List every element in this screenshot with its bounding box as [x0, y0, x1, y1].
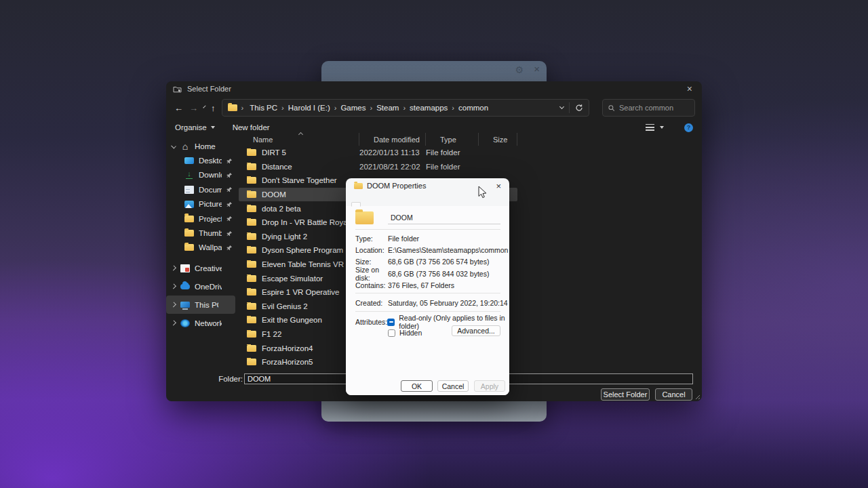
view-mode-icon[interactable] [646, 124, 654, 131]
column-headers: Name Date modified Type Size [239, 133, 702, 146]
titlebar: Select Folder × [166, 81, 702, 96]
breadcrumb-item[interactable]: Harold I (E:) [286, 104, 339, 112]
organise-button[interactable]: Organise [175, 123, 215, 131]
table-row[interactable]: DIRT 5 2022/01/13 11:13 File folder [239, 146, 517, 160]
folder-icon [247, 219, 256, 226]
folder-icon [247, 163, 256, 170]
cancel-button[interactable]: Cancel [437, 380, 469, 392]
close-icon[interactable]: × [496, 182, 501, 190]
pin-icon [226, 186, 233, 192]
file-name: DOOM [262, 190, 286, 199]
sidebar-item[interactable]: Wallpapers [166, 241, 239, 255]
forward-button[interactable]: → [189, 103, 198, 113]
folder-icon [247, 275, 256, 282]
property-label: Size: [355, 258, 388, 266]
folder-icon [247, 345, 256, 352]
folder-icon [247, 191, 256, 198]
ok-button[interactable]: OK [401, 380, 433, 392]
sidebar-item[interactable]: Projects [166, 211, 239, 226]
view-dropdown-chevron-icon[interactable] [660, 126, 664, 129]
help-icon[interactable] [684, 123, 693, 132]
refresh-icon[interactable] [575, 104, 583, 112]
sidebar-item[interactable]: This PC [166, 296, 235, 314]
property-value: 376 Files, 67 Folders [388, 281, 454, 289]
sidebar-item[interactable]: Thumbnails [166, 226, 239, 240]
sidebar-item[interactable]: Network [166, 314, 239, 332]
pin-icon [226, 172, 233, 178]
readonly-checkbox[interactable] [387, 319, 395, 326]
column-header-size[interactable]: Size [479, 133, 517, 146]
file-date: 2021/08/21 22:02 [359, 163, 426, 171]
expand-chevron-icon[interactable] [171, 266, 176, 271]
mouse-cursor [478, 186, 487, 199]
expand-chevron-icon[interactable] [171, 284, 176, 289]
file-type: File folder [426, 148, 479, 157]
sort-ascending-icon [298, 132, 302, 137]
close-icon[interactable]: × [534, 63, 540, 75]
address-bar[interactable]: › This PC Harold I (E:) Games Steam stea… [222, 99, 589, 117]
recent-locations-chevron-icon[interactable] [203, 105, 205, 108]
folder-icon [247, 177, 256, 184]
close-icon[interactable]: × [684, 84, 695, 94]
created-label: Created: [355, 299, 388, 307]
property-row: Location: E:\Games\Steam\steamapps\commo… [346, 244, 509, 256]
breadcrumb-item[interactable]: common [456, 104, 490, 112]
tab[interactable] [351, 202, 361, 207]
sidebar-item[interactable]: Documents [166, 182, 239, 197]
up-button[interactable]: ↑ [211, 103, 216, 113]
sidebar-item[interactable]: Downloads [166, 168, 239, 182]
breadcrumb-item[interactable]: This PC [248, 104, 286, 112]
expand-chevron-icon[interactable] [171, 321, 176, 326]
property-label: Contains: [355, 281, 388, 289]
cc-files-icon [180, 264, 190, 272]
file-name: ForzaHorizon4 [262, 344, 313, 352]
folder-name-field[interactable]: DOOM [388, 213, 500, 224]
column-header-type[interactable]: Type [426, 133, 479, 146]
select-folder-button[interactable]: Select Folder [601, 388, 650, 401]
sidebar-item[interactable]: Creative Cloud Files [166, 259, 239, 277]
select-folder-icon [173, 85, 182, 93]
address-dropdown-chevron-icon[interactable] [559, 104, 564, 109]
properties-title: DOOM Properties [367, 182, 426, 190]
download-icon [184, 171, 194, 179]
expand-chevron-icon[interactable] [171, 302, 176, 308]
advanced-button[interactable]: Advanced... [452, 325, 500, 336]
breadcrumb-item[interactable]: Games [338, 104, 374, 112]
new-folder-button[interactable]: New folder [233, 123, 270, 131]
property-value: E:\Games\Steam\steamapps\common [388, 246, 508, 254]
folder-icon [247, 317, 256, 323]
navigation-pane: Home Desktop Downloads [166, 133, 239, 369]
breadcrumb-item[interactable]: Steam [374, 104, 408, 112]
folder-icon [354, 183, 363, 189]
expand-chevron-icon[interactable] [171, 144, 176, 149]
hidden-checkbox[interactable] [388, 329, 395, 337]
file-name: DIRT 5 [262, 148, 286, 157]
sidebar-item[interactable]: Desktop [166, 153, 239, 167]
search-input[interactable] [619, 104, 689, 112]
folder-icon [184, 244, 194, 251]
pin-icon [226, 201, 233, 207]
search-box[interactable] [602, 99, 695, 117]
resize-grip[interactable] [694, 393, 700, 399]
cancel-button[interactable]: Cancel [655, 388, 692, 401]
picture-icon [184, 201, 194, 208]
table-row[interactable]: Distance 2021/08/21 22:02 File folder [239, 160, 517, 174]
column-header-name[interactable]: Name [239, 133, 359, 146]
sidebar-item[interactable]: OneDrive - Personal [166, 277, 239, 296]
view-controls [646, 123, 693, 132]
column-header-date[interactable]: Date modified [359, 133, 426, 146]
sidebar-item[interactable]: Pictures [166, 197, 239, 211]
back-button[interactable]: ← [174, 103, 183, 113]
file-name: Exit the Gungeon [262, 316, 322, 324]
sidebar-item[interactable]: Home [166, 139, 239, 153]
folder-icon [247, 205, 256, 212]
property-value: 68,6 GB (73 756 206 574 bytes) [388, 258, 489, 266]
monitor-icon [184, 157, 194, 164]
folder-icon [247, 247, 256, 253]
file-name: Escape Simulator [262, 274, 323, 283]
breadcrumb-item[interactable]: steamapps [408, 104, 456, 112]
property-label: Location: [355, 246, 388, 254]
file-name: dota 2 beta [262, 205, 301, 213]
property-row: Type: File folder [346, 232, 509, 244]
gear-icon[interactable]: ⚙ [515, 64, 524, 75]
